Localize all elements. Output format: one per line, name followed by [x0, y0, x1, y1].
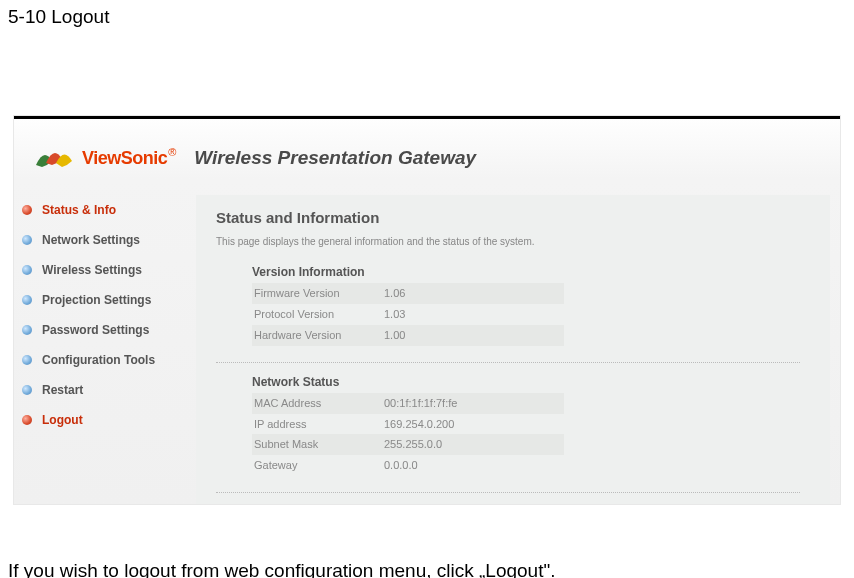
section-title: Network Status	[252, 375, 830, 389]
nav-wireless-settings[interactable]: Wireless Settings	[22, 255, 196, 285]
row-value: 1.03	[378, 304, 558, 325]
row-value: 00:1f:1f:1f:7f:fe	[378, 393, 558, 414]
row-value: 0.0.0.0	[378, 455, 558, 476]
network-section: Network Status MAC Address 00:1f:1f:1f:7…	[252, 362, 830, 477]
brand-registered-icon: ®	[168, 146, 176, 158]
app-title: Wireless Presentation Gateway	[194, 147, 476, 169]
nav-label: Network Settings	[42, 233, 140, 247]
row-key: Protocol Version	[252, 304, 378, 325]
brand-name: ViewSonic	[82, 148, 167, 169]
doc-footer-text: If you wish to logout from web configura…	[0, 504, 854, 578]
table-row: MAC Address 00:1f:1f:1f:7f:fe	[252, 393, 564, 414]
config-screenshot: ViewSonic® Wireless Presentation Gateway…	[14, 116, 840, 504]
sidebar-nav: Status & Info Network Settings Wireless …	[14, 195, 196, 504]
viewsonic-birds-icon	[34, 143, 76, 173]
nav-label: Projection Settings	[42, 293, 151, 307]
row-key: Firmware Version	[252, 283, 378, 304]
bullet-icon	[22, 325, 32, 335]
table-row: Subnet Mask 255.255.0.0	[252, 434, 564, 455]
nav-label: Password Settings	[42, 323, 149, 337]
nav-configuration-tools[interactable]: Configuration Tools	[22, 345, 196, 375]
nav-label: Wireless Settings	[42, 263, 142, 277]
bullet-icon	[22, 415, 32, 425]
table-row: IP address 169.254.0.200	[252, 414, 564, 435]
brand-header: ViewSonic® Wireless Presentation Gateway	[14, 119, 840, 173]
nav-label: Status & Info	[42, 203, 116, 217]
table-row: Gateway 0.0.0.0	[252, 455, 564, 476]
row-value: 255.255.0.0	[378, 434, 558, 455]
doc-section-heading: 5-10 Logout	[0, 0, 854, 28]
wireless-section: Wireless Status	[252, 492, 830, 504]
row-key: MAC Address	[252, 393, 378, 414]
bullet-icon	[22, 385, 32, 395]
table-row: Protocol Version 1.03	[252, 304, 564, 325]
version-section: Version Information Firmware Version 1.0…	[252, 265, 830, 346]
nav-restart[interactable]: Restart	[22, 375, 196, 405]
bullet-icon	[22, 265, 32, 275]
bullet-icon	[22, 295, 32, 305]
nav-label: Configuration Tools	[42, 353, 155, 367]
divider	[216, 492, 800, 493]
nav-status-info[interactable]: Status & Info	[22, 195, 196, 225]
bullet-icon	[22, 355, 32, 365]
row-value: 1.06	[378, 283, 558, 304]
table-row: Hardware Version 1.00	[252, 325, 564, 346]
main-panel: Status and Information This page display…	[196, 195, 830, 504]
row-key: Gateway	[252, 455, 378, 476]
row-key: Subnet Mask	[252, 434, 378, 455]
page-description: This page displays the general informati…	[216, 236, 830, 247]
nav-password-settings[interactable]: Password Settings	[22, 315, 196, 345]
row-value: 169.254.0.200	[378, 414, 558, 435]
bullet-icon	[22, 235, 32, 245]
section-title: Version Information	[252, 265, 830, 279]
row-key: Hardware Version	[252, 325, 378, 346]
table-row: Firmware Version 1.06	[252, 283, 564, 304]
nav-network-settings[interactable]: Network Settings	[22, 225, 196, 255]
page-title: Status and Information	[216, 209, 830, 226]
nav-label: Logout	[42, 413, 83, 427]
row-value: 1.00	[378, 325, 558, 346]
bullet-icon	[22, 205, 32, 215]
divider	[216, 362, 800, 363]
row-key: IP address	[252, 414, 378, 435]
nav-projection-settings[interactable]: Projection Settings	[22, 285, 196, 315]
nav-logout[interactable]: Logout	[22, 405, 196, 435]
nav-label: Restart	[42, 383, 83, 397]
